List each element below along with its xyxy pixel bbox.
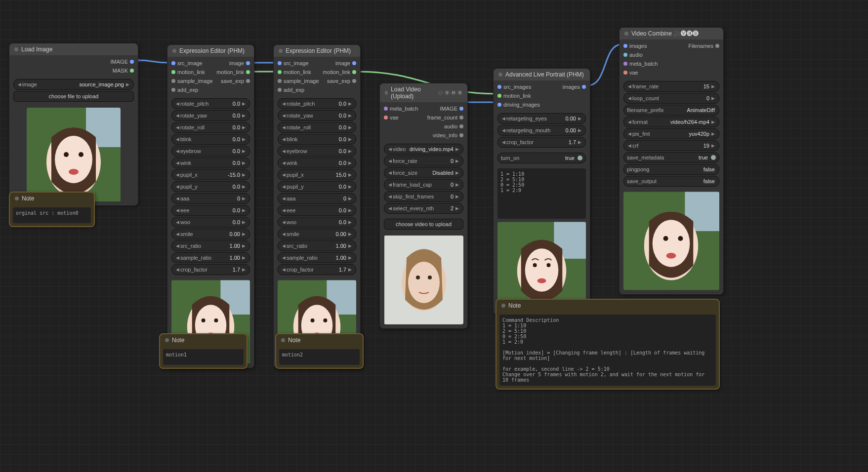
svg-point-35 [408,262,440,303]
param-smile[interactable]: ◀smile0.00▶ [278,229,356,239]
param-sample_ratio[interactable]: ◀sample_ratio1.00▶ [278,252,356,263]
param-eee[interactable]: ◀eee0.0▶ [171,205,250,216]
command-text[interactable]: 1 = 1:10 2 = 5:10 0 = 2:50 1 = 2:0 [497,168,586,219]
node-load-video[interactable]: Load Video (Upload)🎥VHS meta_batchIMAGE … [379,83,468,329]
param-rotate_pitch[interactable]: ◀rotate_pitch0.0▶ [171,98,250,109]
svg-point-51 [666,253,676,259]
param-frame_load_cap[interactable]: ◀frame_load_cap0▶ [384,179,463,190]
param-rotate_yaw[interactable]: ◀rotate_yaw0.0▶ [278,110,356,121]
param-loop_count[interactable]: ◀loop_count0▶ [623,93,719,104]
param-eyebrow[interactable]: ◀eyebrow0.0▶ [171,146,250,157]
param-pupil_y[interactable]: ◀pupil_y0.0▶ [278,181,356,192]
svg-point-16 [64,152,69,157]
param-aaa[interactable]: ◀aaa0▶ [171,193,250,204]
preview-image [27,108,121,201]
param-wink[interactable]: ◀wink0.0▶ [278,157,356,168]
node-note-3[interactable]: Note Command Description 1 = 1:10 2 = 5:… [496,299,720,390]
param-retargeting_eyes[interactable]: ◀retargeting_eyes0.00▶ [497,113,586,124]
param-retargeting_mouth[interactable]: ◀retargeting_mouth0.00▶ [497,125,586,136]
node-expr-2[interactable]: Expression Editor (PHM) src_imageimage m… [273,44,361,368]
svg-point-24 [214,318,218,322]
node-alp[interactable]: Advanced Live Portrait (PHM) src_imagesi… [493,68,590,315]
svg-point-49 [663,236,668,241]
svg-point-36 [416,275,420,279]
param-filename-prefix[interactable]: filename_prefixAnimateDiff [623,105,719,116]
svg-point-23 [202,318,206,322]
param-pupil_x[interactable]: ◀pupil_x-15.0▶ [171,169,250,180]
node-load-image[interactable]: Load Image IMAGE MASK ◀imagesource_image… [9,43,138,206]
param-rotate_yaw[interactable]: ◀rotate_yaw0.0▶ [171,110,250,121]
toggle-save_metadata[interactable]: save_metadatatrue [623,152,719,163]
node-note-0[interactable]: Note orginal src : motion0 [9,192,95,227]
param-eee[interactable]: ◀eee0.0▶ [278,205,356,216]
node-note-1[interactable]: Note motion1 [159,333,248,369]
param-wink[interactable]: ◀wink0.0▶ [171,157,250,168]
upload-button[interactable]: choose file to upload [13,91,134,102]
param-rotate_roll[interactable]: ◀rotate_roll0.0▶ [171,122,250,133]
svg-point-17 [79,152,83,157]
param-rotate_roll[interactable]: ◀rotate_roll0.0▶ [278,122,356,133]
param-src_ratio[interactable]: ◀src_ratio1.00▶ [171,240,250,251]
svg-point-48 [653,220,690,267]
param-woo[interactable]: ◀woo0.0▶ [278,217,356,228]
param-pupil_y[interactable]: ◀pupil_y0.0▶ [171,181,250,192]
param-pix_fmt[interactable]: ◀pix_fmtyuv420p▶ [623,128,719,139]
svg-point-41 [525,248,559,292]
svg-point-37 [428,275,432,279]
node-note-2[interactable]: Note motion2 [275,333,364,369]
param-rotate_pitch[interactable]: ◀rotate_pitch0.0▶ [278,98,356,109]
svg-point-42 [533,263,537,267]
param-blink[interactable]: ◀blink0.0▶ [171,134,250,145]
node-video-combine[interactable]: Video Combine 🎥🅥🅗🅢 imagesFilenames audio… [619,27,724,295]
param-woo[interactable]: ◀woo0.0▶ [171,217,250,228]
svg-point-15 [55,136,92,183]
svg-point-43 [546,263,550,267]
param-frame_rate[interactable]: ◀frame_rate15▶ [623,81,719,92]
svg-point-31 [323,318,327,322]
svg-point-30 [311,318,315,322]
note-text[interactable]: orginal src : motion0 [13,207,91,223]
toggle-pingpong[interactable]: pingpongfalse [623,164,719,175]
node-title[interactable]: Load Image [9,43,138,55]
param-video[interactable]: ◀videodriving_video.mp4▶ [384,144,463,155]
param-crop_factor[interactable]: ◀crop_factor1.7▶ [278,264,356,275]
param-src_ratio[interactable]: ◀src_ratio1.00▶ [278,240,356,251]
param-sample_ratio[interactable]: ◀sample_ratio1.00▶ [171,252,250,263]
param-format[interactable]: ◀formatvideo/h264-mp4▶ [623,117,719,127]
param-pupil_x[interactable]: ◀pupil_x15.0▶ [278,169,356,180]
param-eyebrow[interactable]: ◀eyebrow0.0▶ [278,146,356,157]
preview-video [384,236,463,324]
param-smile[interactable]: ◀smile0.00▶ [171,229,250,239]
param-force_size[interactable]: ◀force_sizeDisabled▶ [384,167,463,178]
param-crop_factor[interactable]: ◀crop_factor1.7▶ [497,137,586,148]
preview-image [497,222,586,311]
toggle-save_output[interactable]: save_outputfalse [623,176,719,187]
param-crf[interactable]: ◀crf19▶ [623,140,719,151]
param-select_every_nth[interactable]: ◀select_every_nth2▶ [384,203,463,214]
param-aaa[interactable]: ◀aaa0▶ [278,193,356,204]
svg-point-18 [69,169,79,175]
vhs-icons: 🎥VHS [438,90,462,95]
param-crop_factor[interactable]: ◀crop_factor1.7▶ [171,264,250,275]
param-skip_first_frames[interactable]: ◀skip_first_frames0▶ [384,191,463,202]
toggle-turn-on[interactable]: turn_ontrue [497,153,586,163]
param-force_rate[interactable]: ◀force_rate0▶ [384,156,463,166]
upload-video-button[interactable]: choose video to upload [384,219,463,230]
svg-point-44 [537,278,546,283]
svg-point-50 [678,236,683,241]
param-blink[interactable]: ◀blink0.0▶ [278,134,356,145]
image-selector[interactable]: ◀imagesource_image.png▶ [13,79,134,90]
node-expr-1[interactable]: Expression Editor (PHM) src_imageimage m… [167,44,254,368]
preview-output [623,192,719,290]
